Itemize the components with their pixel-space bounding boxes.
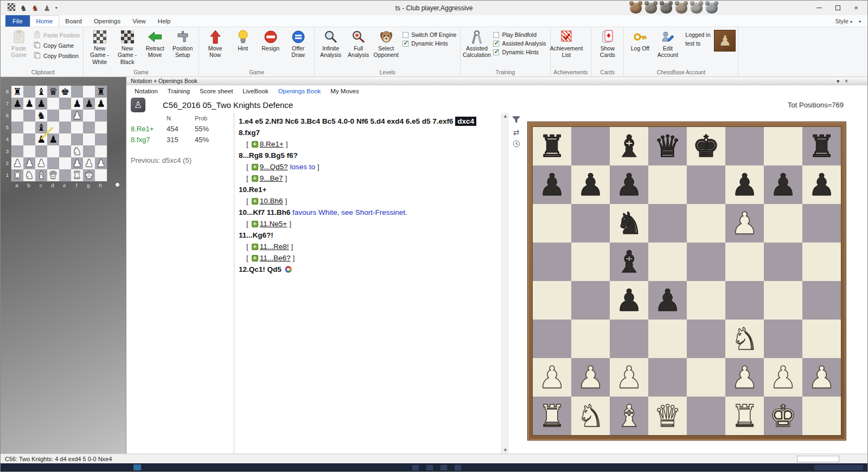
white-rook[interactable]: ♜ — [11, 169, 23, 181]
notation-scrollbar[interactable]: ▲ ▼ — [501, 113, 509, 454]
square-g7[interactable]: ♟ — [83, 98, 95, 110]
fritz-knight-qat-icon[interactable]: ♞ — [32, 4, 39, 12]
play-blindfold-checkbox[interactable]: Play Blindfold — [493, 31, 546, 38]
offer-draw-button[interactable]: Offer Draw — [284, 28, 312, 59]
square-g6[interactable] — [83, 110, 95, 122]
edit-account-button[interactable]: Edit Account — [654, 28, 681, 59]
square-f2[interactable]: ♟ — [725, 358, 764, 397]
filter-funnel-icon[interactable] — [512, 116, 520, 125]
main-moves[interactable]: 11...Kg6?! — [239, 231, 273, 239]
black-rook[interactable]: ♜ — [533, 127, 571, 165]
square-b5[interactable] — [571, 243, 610, 281]
white-knight[interactable]: ♞ — [571, 397, 610, 435]
square-c5[interactable]: ♝ — [35, 122, 47, 133]
file-tab[interactable]: File — [5, 15, 30, 27]
square-d3[interactable] — [648, 320, 687, 358]
square-f1[interactable]: ♜ — [725, 397, 764, 435]
square-a1[interactable]: ♜ — [11, 169, 23, 181]
square-b3[interactable] — [23, 145, 35, 157]
book-move[interactable]: 8.Re1+ — [131, 125, 167, 133]
dynamic-hints-box[interactable] — [403, 41, 409, 47]
square-e2[interactable] — [59, 157, 71, 169]
expand-line-icon[interactable]: + — [252, 175, 258, 182]
white-pawn[interactable]: ♟ — [83, 157, 95, 169]
white-king[interactable]: ♚ — [764, 397, 802, 435]
maximize-button[interactable] — [828, 1, 847, 15]
black-pawn[interactable]: ♟ — [71, 98, 83, 110]
square-b7[interactable]: ♟ — [23, 98, 35, 110]
taskbar-tray[interactable] — [814, 465, 863, 470]
square-c5[interactable]: ♝ — [610, 243, 648, 281]
white-pawn[interactable]: ♟ — [95, 157, 107, 169]
white-king[interactable]: ♚ — [83, 169, 95, 181]
black-pawn[interactable]: ♟ — [11, 98, 23, 110]
white-pawn[interactable]: ♟ — [571, 358, 610, 397]
swap-arrows-icon[interactable]: ⇄ — [513, 129, 520, 136]
main-moves[interactable]: 8...Rg8 9.Bg5 f6? — [239, 151, 298, 160]
square-g4[interactable] — [764, 281, 802, 320]
current-move[interactable]: dxc4 — [455, 117, 476, 126]
assisted-analysis-checkbox[interactable]: Assisted Analysis — [493, 40, 546, 47]
square-g8[interactable] — [83, 86, 95, 98]
square-b2[interactable]: ♟ — [571, 358, 610, 397]
square-f6[interactable]: ♟ — [725, 204, 764, 243]
white-pawn[interactable]: ♟ — [71, 157, 83, 169]
book-move-link[interactable]: 11...Re8! — [260, 243, 289, 251]
square-d7[interactable] — [47, 98, 59, 110]
square-g6[interactable] — [764, 204, 802, 243]
black-pawn[interactable]: ♟ — [648, 281, 687, 320]
square-h2[interactable]: ♟ — [802, 358, 841, 397]
black-pawn[interactable]: ♟ — [610, 165, 648, 204]
square-g4[interactable] — [83, 133, 95, 145]
new-game-black-button[interactable]: New Game - Black — [113, 28, 141, 65]
square-f8[interactable] — [71, 86, 83, 98]
square-h7[interactable]: ♟ — [95, 98, 107, 110]
black-pawn[interactable]: ♟ — [802, 165, 841, 204]
square-b8[interactable] — [571, 127, 610, 165]
square-c3[interactable] — [610, 320, 648, 358]
black-rook[interactable]: ♜ — [802, 127, 841, 165]
square-c7[interactable]: ♟ — [610, 165, 648, 204]
white-pawn[interactable]: ♟ — [23, 157, 35, 169]
book-move-link[interactable]: 11.Ne5+ — [260, 220, 287, 228]
donkey-avatar[interactable] — [691, 3, 703, 14]
board-qat-icon[interactable] — [8, 3, 15, 13]
square-f6[interactable]: ♟ — [71, 110, 83, 122]
square-a4[interactable] — [533, 281, 571, 320]
white-knight[interactable]: ♞ — [71, 145, 83, 157]
square-b1[interactable]: ♞ — [571, 397, 610, 435]
main-moves[interactable]: 8.fxg7 — [239, 129, 260, 137]
square-d8[interactable]: ♛ — [648, 127, 687, 165]
square-g2[interactable]: ♟ — [83, 157, 95, 169]
square-h8[interactable]: ♜ — [95, 86, 107, 98]
square-f1[interactable]: ♜ — [71, 169, 83, 181]
clock-icon[interactable] — [513, 140, 520, 149]
square-a2[interactable]: ♟ — [11, 157, 23, 169]
square-g7[interactable]: ♟ — [764, 165, 802, 204]
black-knight[interactable]: ♞ — [610, 204, 648, 243]
square-c2[interactable]: ♟ — [610, 358, 648, 397]
square-e8[interactable]: ♚ — [687, 127, 725, 165]
square-b1[interactable]: ♞ — [23, 169, 35, 181]
lion-avatar[interactable] — [630, 3, 642, 14]
square-e8[interactable]: ♚ — [59, 86, 71, 98]
ribbon-tab-openings[interactable]: Openings — [88, 15, 126, 27]
black-pawn[interactable]: ♟ — [23, 98, 35, 110]
square-e5[interactable] — [687, 243, 725, 281]
bear-avatar[interactable] — [645, 3, 657, 14]
square-g2[interactable]: ♟ — [764, 358, 802, 397]
black-king[interactable]: ♚ — [59, 86, 71, 98]
square-c2[interactable]: ♟ — [35, 157, 47, 169]
white-queen[interactable]: ♛ — [648, 397, 687, 435]
book-move-link[interactable]: 9...Qd5? — [260, 163, 288, 171]
livebook-wheel-icon[interactable] — [285, 266, 292, 273]
square-d2[interactable] — [648, 358, 687, 397]
play-blindfold-box[interactable] — [493, 32, 499, 38]
mainline-moves[interactable]: 1.e4 e5 2.Nf3 Nc6 3.Bc4 Bc5 4.0-0 Nf6 5.… — [239, 117, 455, 125]
square-b4[interactable] — [571, 281, 610, 320]
infinite-analysis-button[interactable]: Infinite Analysis — [317, 28, 344, 59]
square-f3[interactable]: ♞ — [71, 145, 83, 157]
white-knight[interactable]: ♞ — [23, 169, 35, 181]
ribbon-tab-board[interactable]: Board — [59, 15, 88, 27]
square-h2[interactable]: ♟ — [95, 157, 107, 169]
